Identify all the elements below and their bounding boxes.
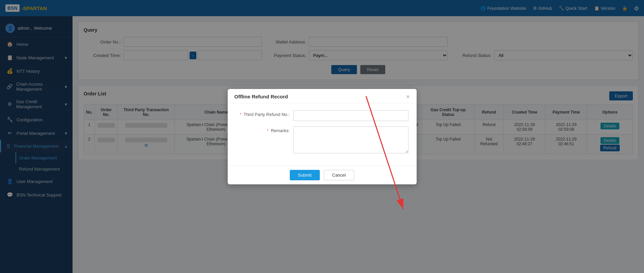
- modal-overlay: Offline Refund Record × * Third Party Re…: [0, 0, 644, 273]
- modal-close-button[interactable]: ×: [406, 94, 410, 100]
- modal-header: Offline Refund Record ×: [228, 89, 417, 103]
- modal-title: Offline Refund Record: [234, 94, 288, 99]
- required-star: *: [267, 128, 269, 133]
- submit-button[interactable]: Submit: [290, 170, 319, 180]
- refund-no-label: * Third Party Refund No.:: [236, 110, 290, 117]
- remarks-label: * Remarks:: [236, 126, 290, 133]
- remarks-row: * Remarks:: [236, 126, 409, 153]
- modal-footer: Submit Cancel: [228, 165, 417, 184]
- cancel-button[interactable]: Cancel: [324, 170, 354, 180]
- refund-no-row: * Third Party Refund No.:: [236, 110, 409, 121]
- remarks-textarea[interactable]: [293, 126, 409, 153]
- refund-no-input[interactable]: [293, 110, 409, 121]
- offline-refund-modal: Offline Refund Record × * Third Party Re…: [228, 89, 417, 184]
- required-star: *: [240, 112, 241, 117]
- modal-body: * Third Party Refund No.: * Remarks:: [228, 103, 417, 165]
